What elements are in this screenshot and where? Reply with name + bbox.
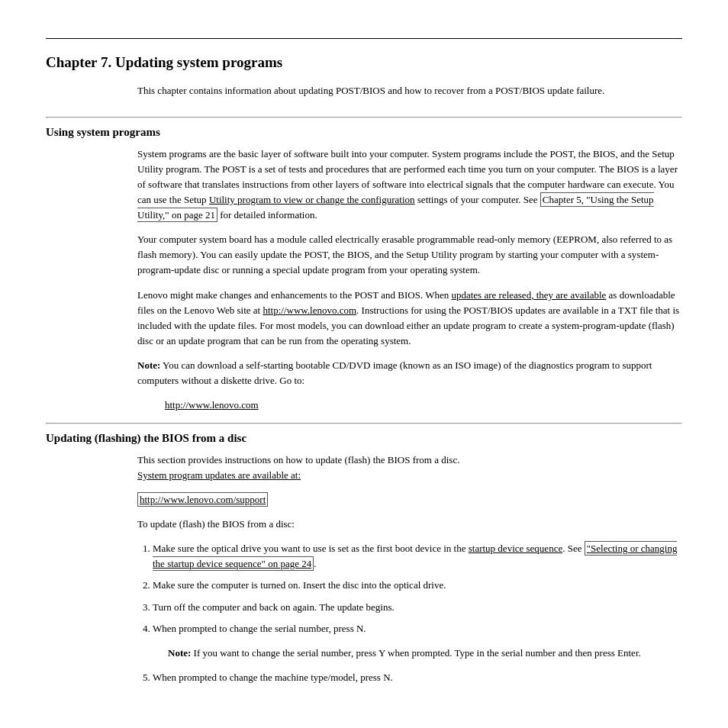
- lenovo-support-link[interactable]: http://www.lenovo.com/support: [137, 492, 268, 507]
- lenovo-link-2[interactable]: http://www.lenovo.com: [165, 399, 259, 411]
- updating-intro: This section provides instructions on ho…: [137, 453, 682, 483]
- selecting-startup-link[interactable]: "Selecting or changing the startup devic…: [153, 541, 677, 571]
- note-link-wrapper-1: http://www.lenovo.com: [165, 398, 682, 413]
- using-para-3: Lenovo might make changes and enhancemen…: [137, 288, 682, 350]
- lenovo-link-1[interactable]: http://www.lenovo.com: [263, 304, 356, 316]
- steps-list: Make sure the optical drive you want to …: [153, 541, 682, 685]
- chapter-title: Chapter 7. Updating system programs: [46, 54, 682, 71]
- step-note-text: Note: If you want to change the serial n…: [168, 646, 682, 661]
- section-body-updating: This section provides instructions on ho…: [137, 453, 682, 686]
- step-note-label: Note:: [168, 647, 191, 659]
- section-title-using: Using system programs: [46, 126, 682, 139]
- step-2: Make sure the computer is turned on. Ins…: [153, 578, 682, 593]
- using-para-1: System programs are the basic layer of s…: [137, 147, 682, 224]
- step-4: When prompted to change the serial numbe…: [153, 621, 682, 661]
- note-text-1: Note: You can download a self-starting b…: [137, 358, 682, 388]
- updating-subintro: To update (flash) the BIOS from a disc:: [137, 517, 682, 532]
- section-rule-1: [46, 117, 682, 118]
- content-area: Chapter 7. Updating system programs This…: [0, 54, 728, 685]
- top-rule: [46, 38, 682, 39]
- using-para-2: Your computer system board has a module …: [137, 232, 682, 278]
- step-3: Turn off the computer and back on again.…: [153, 600, 682, 615]
- note-block-1: Note: You can download a self-starting b…: [137, 358, 682, 413]
- section-rule-2: [46, 423, 682, 424]
- section-body-using: System programs are the basic layer of s…: [137, 147, 682, 414]
- step-5: When prompted to change the machine type…: [153, 670, 682, 685]
- step-note-block: Note: If you want to change the serial n…: [168, 646, 682, 661]
- chapter-intro: This chapter contains information about …: [137, 83, 682, 98]
- page: Chapter 7. Updating system programs This…: [0, 38, 728, 728]
- updating-link-para: http://www.lenovo.com/support: [137, 492, 682, 507]
- chapter-intro-text: This chapter contains information about …: [137, 83, 682, 98]
- section-title-updating: Updating (flashing) the BIOS from a disc: [46, 432, 682, 445]
- note-label-1: Note:: [137, 359, 160, 371]
- step-1: Make sure the optical drive you want to …: [153, 541, 682, 572]
